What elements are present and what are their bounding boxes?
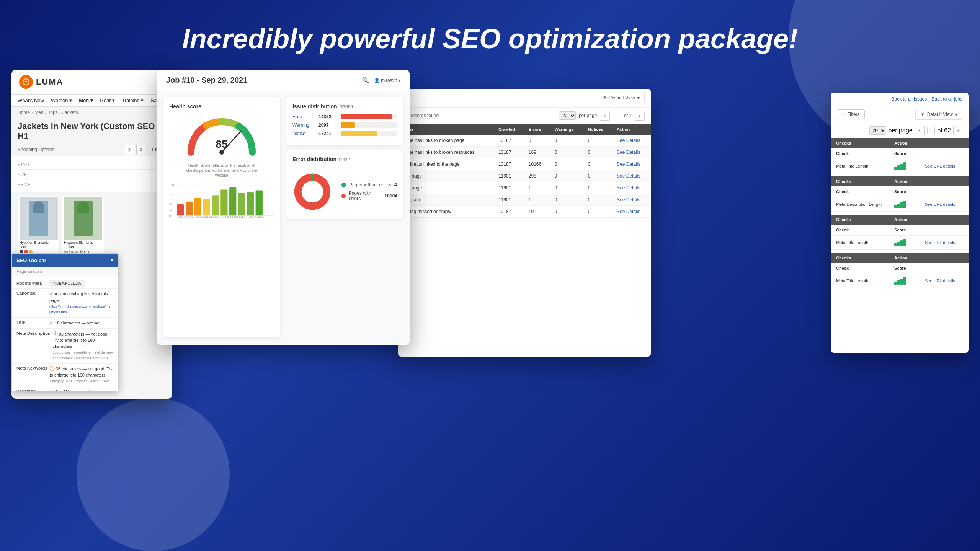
svg-rect-18 — [212, 195, 219, 215]
records-toolbar: 12 records found 20 per page ‹ 1 of 1 › — [398, 108, 651, 124]
see-details-link[interactable]: See Details — [617, 150, 640, 155]
error-label[interactable]: Error — [292, 114, 315, 119]
breadcrumb-home[interactable]: Home — [18, 110, 30, 115]
see-details-link[interactable]: See Details — [617, 138, 640, 143]
warning-bar-bg — [341, 122, 397, 128]
crawled-count: 11601 — [494, 170, 524, 182]
product-image-1 — [20, 197, 58, 240]
svg-text:Sep 23: Sep 23 — [204, 215, 212, 218]
search-icon[interactable]: 🔍 — [362, 77, 369, 84]
issue-dist-title: Issue distribution 33660 — [292, 103, 397, 109]
seo-headings-row: Headings ✓ One H1 tag — optimal. H1: Jac… — [12, 386, 118, 391]
list-view-btn[interactable]: ≡ — [136, 145, 145, 154]
table-row: 404 page 11601 1 0 0 See Details — [398, 182, 651, 194]
page-number[interactable]: 1 — [613, 112, 621, 119]
svg-point-2 — [219, 150, 224, 155]
donut-row: Pages without errors 4 Pages with errors… — [292, 171, 397, 213]
bar4-2 — [897, 280, 900, 285]
see-url-details-4[interactable]: See URL details — [925, 279, 963, 283]
svg-text:85: 85 — [216, 138, 227, 150]
see-details-link[interactable]: See Details — [617, 173, 640, 179]
checks-col-check-4: Checks — [836, 256, 894, 260]
canonical-link[interactable]: https://lm-m2.mirasvit.com/men/tops/men-… — [49, 305, 114, 314]
see-url-details-2[interactable]: See URL details — [925, 202, 963, 207]
breadcrumb: Home › Men › Tops › Jackets — [11, 107, 172, 118]
warning-count: 2097 — [318, 122, 338, 128]
seo-toolbar-body: Robots Meta INDEX,FOLLOW Canonical ✓ A c… — [12, 276, 118, 391]
checks-col-action-3: Action — [894, 217, 925, 222]
col-warnings: Warnings — [550, 124, 583, 135]
notices-val: 0 — [583, 135, 612, 147]
nav-women[interactable]: Women ▾ — [51, 98, 72, 103]
breadcrumb-men[interactable]: Men — [34, 110, 43, 115]
bar-4 — [903, 162, 906, 170]
nav-training[interactable]: Training ▾ — [122, 98, 144, 103]
score-bars-4 — [894, 277, 925, 285]
seo-toolbar-close[interactable]: × — [110, 257, 114, 264]
see-details-link[interactable]: See Details — [617, 185, 640, 191]
back-to-all-jobs-link[interactable]: Back to all jobs — [931, 96, 962, 102]
grid-view-btn[interactable]: ⊞ — [125, 145, 134, 154]
seo-robots-row: Robots Meta INDEX,FOLLOW — [12, 279, 118, 289]
warning-label[interactable]: Warning — [292, 122, 315, 128]
next-page-btn[interactable]: › — [635, 111, 645, 121]
see-details-link[interactable]: See Details — [617, 209, 640, 214]
check-section-4: Checks Action Check Score Meta Title Len… — [831, 253, 969, 288]
see-details-link[interactable]: See Details — [617, 161, 640, 167]
user-menu[interactable]: 👤 mirasvit ▾ — [374, 78, 400, 83]
title-check-icon: ✓ — [49, 320, 54, 326]
seo-meta-desc-row: Meta Description ⓘ 83 characters — not g… — [12, 329, 118, 364]
meta-desc-warn-icon: ⓘ — [53, 331, 58, 337]
svg-text:Sep 25: Sep 25 — [222, 215, 230, 218]
breadcrumb-tops[interactable]: Tops — [48, 110, 57, 115]
pagination-row: 20 per page ‹ 1 of 1 › — [559, 111, 645, 121]
eye-icon-checks: 👁 — [920, 112, 925, 117]
headings-check-icon: ✓ — [49, 389, 54, 391]
warnings-val: 0 — [550, 194, 583, 206]
bar-1 — [894, 167, 897, 170]
filter-style[interactable]: STYLE▾ — [18, 160, 166, 170]
nav-whats-new[interactable]: What's New — [18, 98, 44, 103]
checks-default-view-btn[interactable]: 👁 Default View ▾ — [915, 109, 962, 120]
nav-men[interactable]: Men ▾ — [79, 98, 93, 103]
checks-next-btn[interactable]: › — [953, 126, 963, 135]
green-dot — [341, 183, 346, 187]
table-row: Page has links to broken page 10187 0 0 … — [398, 135, 651, 147]
checks-page-num[interactable]: 1 — [927, 127, 935, 134]
check-section-2: Checks Action Check Score Meta Descripti… — [831, 176, 969, 212]
filter-size[interactable]: SIZE▾ — [18, 170, 166, 179]
checks-col-action-2: Action — [894, 179, 925, 184]
table-row: Redirects linked to the page 10187 10166… — [398, 158, 651, 170]
see-url-details-1[interactable]: See URL details — [925, 164, 963, 168]
notice-label[interactable]: Notice — [292, 131, 315, 136]
checks-per-page[interactable]: 20 — [869, 126, 886, 135]
nav-gear[interactable]: Gear ▾ — [100, 98, 115, 103]
filter-price[interactable]: PRICE▾ — [18, 179, 166, 189]
gauge-subtitle: Health Score reflects on the result of a… — [186, 163, 257, 178]
crawled-count: 11601 — [494, 182, 524, 194]
svg-rect-21 — [238, 193, 245, 215]
filters-btn[interactable]: ▽ Filters — [837, 109, 865, 119]
notice-bar-bg — [341, 131, 397, 136]
back-to-all-issues-link[interactable]: Back to all issues — [892, 96, 927, 102]
errors-val: 1 — [524, 194, 550, 206]
see-details-link[interactable]: See Details — [617, 197, 640, 202]
gauge-svg: 85 — [183, 114, 260, 160]
bar3-1 — [894, 243, 897, 246]
chevron-down-icon: ▾ — [637, 95, 640, 101]
warnings-val: 0 — [550, 206, 583, 218]
see-url-details-3[interactable]: See URL details — [925, 240, 963, 245]
per-page-select[interactable]: 20 — [559, 111, 576, 120]
check-section-header-4: Checks Action — [831, 253, 969, 263]
svg-rect-17 — [203, 199, 210, 215]
checks-prev-btn[interactable]: ‹ — [915, 126, 925, 135]
health-score-card: Health score — [163, 97, 280, 337]
prev-page-btn[interactable]: ‹ — [600, 111, 610, 121]
default-view-btn[interactable]: 👁 Default View ▾ — [598, 93, 645, 103]
seo-canonical-row: Canonical ✓ A canonical tag is set for t… — [12, 289, 118, 317]
svg-rect-15 — [186, 202, 193, 216]
bar4-4 — [903, 277, 906, 285]
product-name-1: Hyperion Elements Jacket — [20, 241, 58, 249]
svg-text:50: 50 — [169, 202, 172, 205]
issue-name: Page has links to broken resources — [398, 147, 494, 158]
